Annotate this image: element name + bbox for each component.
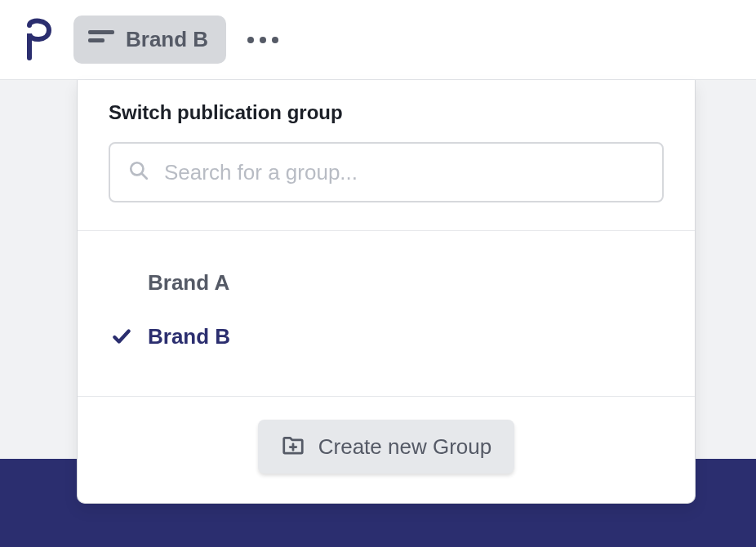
- create-group-label: Create new Group: [318, 434, 491, 460]
- group-list: Brand A Brand B: [78, 230, 695, 396]
- svg-line-3: [142, 174, 147, 179]
- group-item-brand-b[interactable]: Brand B: [109, 309, 664, 363]
- search-icon: [128, 160, 149, 185]
- group-item-brand-a[interactable]: Brand A: [109, 256, 664, 309]
- group-switcher-dropdown: Switch publication group Brand A Brand B: [77, 80, 696, 504]
- svg-rect-0: [88, 30, 114, 34]
- create-group-button[interactable]: Create new Group: [258, 420, 514, 474]
- svg-rect-1: [88, 38, 105, 42]
- check-icon: [109, 326, 135, 347]
- dropdown-header-section: Switch publication group: [78, 80, 695, 230]
- menu-lines-icon: [88, 29, 114, 51]
- group-search-box[interactable]: [109, 142, 664, 202]
- more-menu-button[interactable]: [244, 37, 278, 43]
- brand-selector-label: Brand B: [126, 27, 208, 52]
- folder-plus-icon: [281, 433, 305, 460]
- topbar: Brand B: [0, 0, 756, 80]
- group-search-input[interactable]: [164, 160, 644, 185]
- group-label: Brand A: [148, 270, 229, 296]
- group-label: Brand B: [148, 324, 230, 349]
- dropdown-footer: Create new Group: [78, 396, 695, 503]
- brand-selector-button[interactable]: Brand B: [73, 16, 226, 64]
- dropdown-title: Switch publication group: [109, 101, 664, 124]
- app-logo[interactable]: [23, 17, 56, 63]
